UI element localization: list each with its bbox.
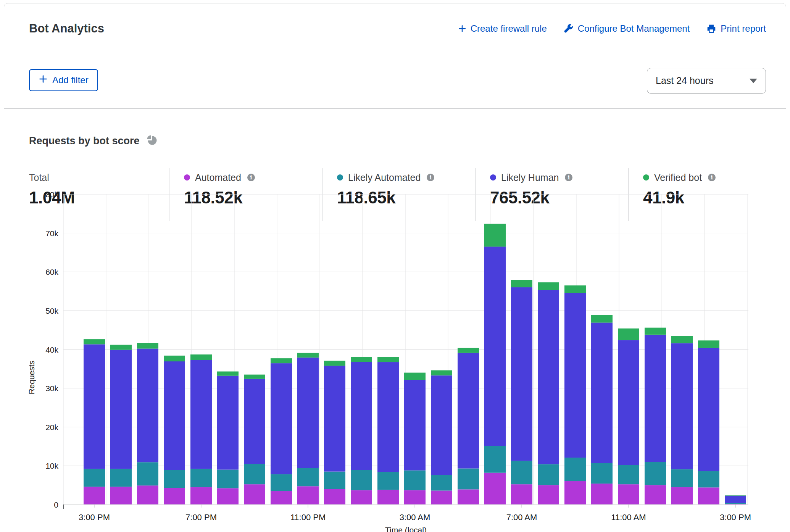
bar-segment-automated[interactable] bbox=[324, 489, 345, 505]
bar-segment-automated[interactable] bbox=[244, 484, 265, 505]
bar-segment-likely-automated[interactable] bbox=[190, 469, 212, 487]
bar-segment-automated[interactable] bbox=[110, 487, 132, 505]
bar-segment-automated[interactable] bbox=[190, 487, 212, 505]
bar-segment-automated[interactable] bbox=[671, 487, 693, 505]
bar-segment-automated[interactable] bbox=[484, 473, 506, 505]
bar-segment-likely-human[interactable] bbox=[271, 363, 292, 474]
bar-segment-likely-human[interactable] bbox=[484, 247, 506, 446]
bar-segment-likely-automated[interactable] bbox=[404, 471, 426, 490]
info-icon[interactable]: i bbox=[565, 174, 572, 181]
bar-segment-verified-bot[interactable] bbox=[271, 358, 292, 363]
bar-segment-likely-human[interactable] bbox=[725, 496, 746, 503]
bar-segment-likely-automated[interactable] bbox=[244, 464, 265, 484]
bar-segment-automated[interactable] bbox=[458, 489, 479, 505]
bar-segment-likely-automated[interactable] bbox=[110, 469, 132, 487]
bar-segment-likely-human[interactable] bbox=[671, 343, 693, 469]
bar-segment-verified-bot[interactable] bbox=[431, 370, 452, 375]
bar-segment-verified-bot[interactable] bbox=[591, 315, 613, 322]
bar-segment-verified-bot[interactable] bbox=[84, 339, 105, 344]
bar-segment-likely-automated[interactable] bbox=[297, 468, 319, 486]
bar-segment-verified-bot[interactable] bbox=[297, 353, 319, 358]
bar-segment-likely-human[interactable] bbox=[351, 362, 372, 470]
bar-segment-likely-automated[interactable] bbox=[351, 470, 372, 490]
bar-segment-likely-automated[interactable] bbox=[484, 446, 506, 473]
bar-segment-likely-automated[interactable] bbox=[458, 468, 479, 489]
bar-segment-verified-bot[interactable] bbox=[324, 361, 345, 366]
bar-segment-automated[interactable] bbox=[84, 487, 105, 505]
bar-segment-verified-bot[interactable] bbox=[538, 282, 559, 290]
bar-segment-automated[interactable] bbox=[645, 485, 666, 505]
bar-segment-likely-human[interactable] bbox=[618, 340, 639, 465]
print-report-link[interactable]: Print report bbox=[706, 23, 766, 34]
bar-segment-likely-human[interactable] bbox=[84, 344, 105, 469]
bar-segment-automated[interactable] bbox=[511, 484, 532, 505]
bar-segment-likely-automated[interactable] bbox=[84, 469, 105, 487]
bar-segment-verified-bot[interactable] bbox=[190, 355, 212, 360]
bar-segment-likely-automated[interactable] bbox=[324, 472, 345, 489]
bar-segment-automated[interactable] bbox=[351, 490, 372, 505]
bar-segment-automated[interactable] bbox=[137, 485, 158, 505]
configure-bot-management-link[interactable]: Configure Bot Management bbox=[564, 23, 690, 34]
bar-segment-verified-bot[interactable] bbox=[484, 224, 506, 247]
bar-segment-likely-human[interactable] bbox=[404, 380, 426, 471]
bar-segment-verified-bot[interactable] bbox=[217, 371, 239, 376]
bar-segment-likely-human[interactable] bbox=[538, 290, 559, 464]
bar-segment-automated[interactable] bbox=[217, 488, 239, 505]
bar-segment-verified-bot[interactable] bbox=[725, 495, 746, 496]
bar-segment-verified-bot[interactable] bbox=[698, 340, 719, 348]
create-firewall-rule-link[interactable]: Create firewall rule bbox=[458, 23, 547, 34]
bar-segment-verified-bot[interactable] bbox=[458, 348, 479, 353]
bar-segment-likely-automated[interactable] bbox=[671, 469, 693, 487]
info-icon[interactable]: i bbox=[247, 174, 255, 181]
bar-segment-likely-human[interactable] bbox=[190, 360, 212, 469]
add-filter-button[interactable]: Add filter bbox=[29, 69, 98, 91]
bar-segment-verified-bot[interactable] bbox=[671, 336, 693, 343]
bar-segment-likely-automated[interactable] bbox=[377, 472, 399, 490]
bar-segment-verified-bot[interactable] bbox=[404, 372, 426, 380]
bar-segment-likely-automated[interactable] bbox=[618, 465, 639, 484]
bar-segment-likely-human[interactable] bbox=[324, 366, 345, 471]
bar-segment-likely-human[interactable] bbox=[244, 379, 265, 464]
bar-segment-automated[interactable] bbox=[404, 490, 426, 505]
info-icon[interactable]: i bbox=[427, 174, 434, 181]
bar-segment-verified-bot[interactable] bbox=[110, 345, 132, 350]
bar-segment-likely-automated[interactable] bbox=[431, 475, 452, 491]
bar-segment-likely-human[interactable] bbox=[137, 348, 158, 462]
bar-segment-likely-automated[interactable] bbox=[564, 458, 586, 481]
bar-segment-verified-bot[interactable] bbox=[511, 280, 532, 287]
bar-segment-automated[interactable] bbox=[297, 486, 319, 505]
bar-segment-verified-bot[interactable] bbox=[564, 285, 586, 293]
bar-segment-verified-bot[interactable] bbox=[164, 356, 185, 361]
bar-segment-likely-human[interactable] bbox=[591, 322, 613, 463]
bar-segment-likely-automated[interactable] bbox=[645, 462, 666, 485]
info-icon[interactable]: i bbox=[708, 174, 716, 181]
bar-segment-likely-human[interactable] bbox=[698, 348, 719, 471]
bar-segment-likely-human[interactable] bbox=[164, 361, 185, 470]
bar-segment-verified-bot[interactable] bbox=[137, 343, 158, 348]
bar-segment-automated[interactable] bbox=[377, 490, 399, 505]
bar-segment-automated[interactable] bbox=[618, 484, 639, 505]
bar-segment-likely-automated[interactable] bbox=[538, 464, 559, 485]
bar-segment-likely-automated[interactable] bbox=[725, 503, 746, 504]
bar-segment-likely-automated[interactable] bbox=[137, 462, 158, 485]
bar-segment-verified-bot[interactable] bbox=[377, 357, 399, 362]
bar-segment-likely-automated[interactable] bbox=[698, 471, 719, 488]
bar-segment-automated[interactable] bbox=[698, 487, 719, 505]
bar-segment-automated[interactable] bbox=[564, 481, 586, 505]
bar-segment-automated[interactable] bbox=[591, 484, 613, 505]
bar-segment-automated[interactable] bbox=[431, 490, 452, 505]
requests-by-bot-score-chart[interactable]: 010k20k30k40k50k60k70k80k3:00 PM7:00 PM1… bbox=[25, 187, 785, 532]
bar-segment-likely-human[interactable] bbox=[377, 362, 399, 472]
bar-segment-likely-human[interactable] bbox=[564, 293, 586, 458]
bar-segment-verified-bot[interactable] bbox=[351, 357, 372, 362]
bar-segment-likely-automated[interactable] bbox=[164, 470, 185, 488]
bar-segment-likely-human[interactable] bbox=[511, 287, 532, 461]
bar-segment-likely-human[interactable] bbox=[431, 376, 452, 475]
bar-segment-likely-human[interactable] bbox=[110, 350, 132, 469]
bar-segment-likely-human[interactable] bbox=[297, 358, 319, 468]
bar-segment-likely-automated[interactable] bbox=[591, 463, 613, 484]
bar-segment-automated[interactable] bbox=[538, 485, 559, 505]
bar-segment-likely-human[interactable] bbox=[458, 353, 479, 469]
time-range-select[interactable]: Last 24 hours bbox=[647, 68, 766, 94]
bar-segment-verified-bot[interactable] bbox=[645, 328, 666, 335]
